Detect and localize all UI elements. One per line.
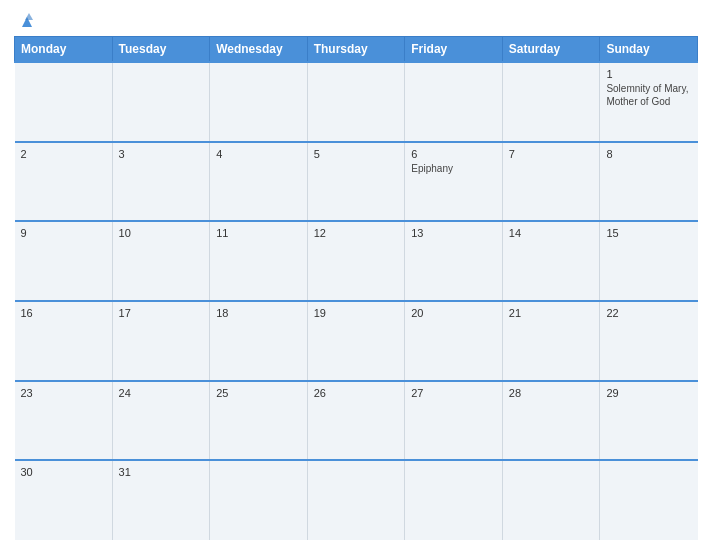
calendar-cell: 2 (15, 142, 113, 222)
day-of-week-header: Thursday (307, 37, 405, 63)
day-number: 4 (216, 148, 301, 160)
header (14, 10, 698, 30)
day-number: 16 (21, 307, 106, 319)
day-number: 7 (509, 148, 594, 160)
svg-marker-2 (25, 13, 33, 20)
calendar-page: MondayTuesdayWednesdayThursdayFridaySatu… (0, 0, 712, 550)
calendar-cell: 18 (210, 301, 308, 381)
calendar-body: 1Solemnity of Mary, Mother of God23456Ep… (15, 62, 698, 540)
calendar-cell (600, 460, 698, 540)
day-number: 23 (21, 387, 106, 399)
calendar-week-row: 9101112131415 (15, 221, 698, 301)
day-number: 15 (606, 227, 691, 239)
day-number: 19 (314, 307, 399, 319)
calendar-cell (502, 62, 600, 142)
calendar-week-row: 1Solemnity of Mary, Mother of God (15, 62, 698, 142)
day-number: 29 (606, 387, 691, 399)
calendar-table: MondayTuesdayWednesdayThursdayFridaySatu… (14, 36, 698, 540)
calendar-cell: 17 (112, 301, 210, 381)
event-label: Solemnity of Mary, Mother of God (606, 83, 688, 107)
calendar-cell (502, 460, 600, 540)
day-number: 6 (411, 148, 496, 160)
day-number: 21 (509, 307, 594, 319)
calendar-week-row: 3031 (15, 460, 698, 540)
day-of-week-header: Friday (405, 37, 503, 63)
day-number: 26 (314, 387, 399, 399)
calendar-cell (112, 62, 210, 142)
day-number: 8 (606, 148, 691, 160)
day-of-week-header: Wednesday (210, 37, 308, 63)
day-number: 5 (314, 148, 399, 160)
calendar-cell: 5 (307, 142, 405, 222)
calendar-cell: 25 (210, 381, 308, 461)
calendar-week-row: 16171819202122 (15, 301, 698, 381)
day-number: 1 (606, 68, 691, 80)
day-of-week-header: Tuesday (112, 37, 210, 63)
calendar-cell (210, 460, 308, 540)
day-number: 24 (119, 387, 204, 399)
calendar-cell: 10 (112, 221, 210, 301)
calendar-cell: 31 (112, 460, 210, 540)
day-number: 22 (606, 307, 691, 319)
day-number: 20 (411, 307, 496, 319)
logo-triangle-icon (17, 10, 37, 30)
calendar-header-row: MondayTuesdayWednesdayThursdayFridaySatu… (15, 37, 698, 63)
day-of-week-header: Sunday (600, 37, 698, 63)
calendar-cell: 16 (15, 301, 113, 381)
calendar-cell (405, 62, 503, 142)
calendar-cell: 29 (600, 381, 698, 461)
calendar-cell (307, 62, 405, 142)
day-of-week-header: Saturday (502, 37, 600, 63)
calendar-cell: 14 (502, 221, 600, 301)
calendar-cell: 12 (307, 221, 405, 301)
calendar-cell: 7 (502, 142, 600, 222)
day-number: 9 (21, 227, 106, 239)
calendar-cell (307, 460, 405, 540)
day-number: 13 (411, 227, 496, 239)
day-number: 28 (509, 387, 594, 399)
calendar-cell: 4 (210, 142, 308, 222)
calendar-cell: 24 (112, 381, 210, 461)
calendar-week-row: 23242526272829 (15, 381, 698, 461)
calendar-cell (405, 460, 503, 540)
calendar-cell (210, 62, 308, 142)
day-number: 25 (216, 387, 301, 399)
calendar-cell: 6Epiphany (405, 142, 503, 222)
day-number: 12 (314, 227, 399, 239)
event-label: Epiphany (411, 163, 453, 174)
calendar-cell: 1Solemnity of Mary, Mother of God (600, 62, 698, 142)
calendar-cell (15, 62, 113, 142)
day-number: 18 (216, 307, 301, 319)
day-number: 2 (21, 148, 106, 160)
calendar-cell: 15 (600, 221, 698, 301)
calendar-cell: 11 (210, 221, 308, 301)
day-number: 10 (119, 227, 204, 239)
day-number: 31 (119, 466, 204, 478)
day-number: 3 (119, 148, 204, 160)
calendar-cell: 22 (600, 301, 698, 381)
day-number: 30 (21, 466, 106, 478)
day-of-week-header: Monday (15, 37, 113, 63)
day-number: 11 (216, 227, 301, 239)
calendar-cell: 3 (112, 142, 210, 222)
calendar-cell: 26 (307, 381, 405, 461)
day-number: 17 (119, 307, 204, 319)
calendar-week-row: 23456Epiphany78 (15, 142, 698, 222)
calendar-cell: 19 (307, 301, 405, 381)
day-number: 14 (509, 227, 594, 239)
calendar-cell: 30 (15, 460, 113, 540)
day-number: 27 (411, 387, 496, 399)
calendar-cell: 27 (405, 381, 503, 461)
calendar-cell: 9 (15, 221, 113, 301)
calendar-cell: 8 (600, 142, 698, 222)
calendar-cell: 28 (502, 381, 600, 461)
logo (16, 10, 37, 30)
calendar-cell: 21 (502, 301, 600, 381)
calendar-cell: 23 (15, 381, 113, 461)
calendar-cell: 20 (405, 301, 503, 381)
calendar-cell: 13 (405, 221, 503, 301)
